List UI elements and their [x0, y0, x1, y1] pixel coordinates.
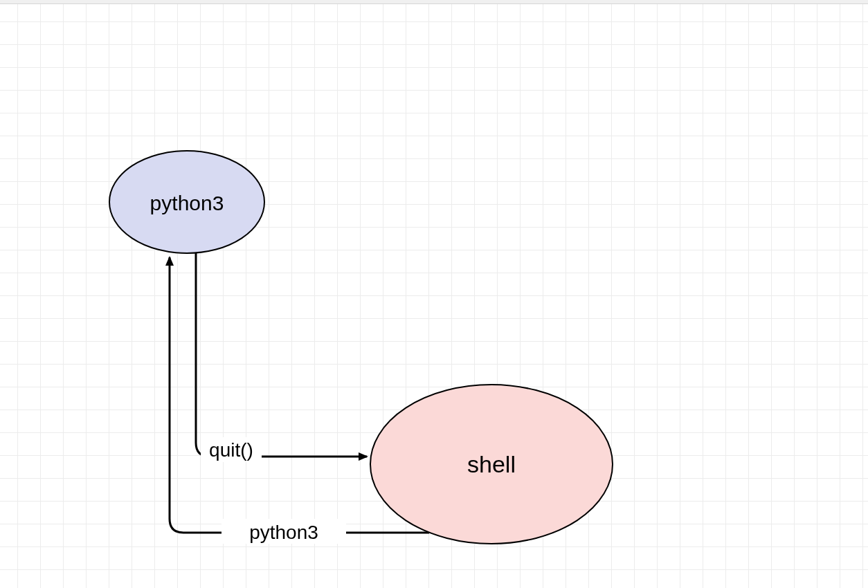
edge-quit-label: quit() — [209, 439, 253, 461]
edge-python3-label: python3 — [249, 522, 318, 543]
diagram-canvas[interactable]: quit() python3 python3 shell — [0, 0, 868, 588]
node-shell-label: shell — [467, 451, 516, 477]
node-shell[interactable]: shell — [370, 385, 613, 544]
node-python3-label: python3 — [150, 192, 224, 214]
node-python3[interactable]: python3 — [109, 151, 264, 253]
edge-quit[interactable]: quit() — [196, 253, 367, 462]
